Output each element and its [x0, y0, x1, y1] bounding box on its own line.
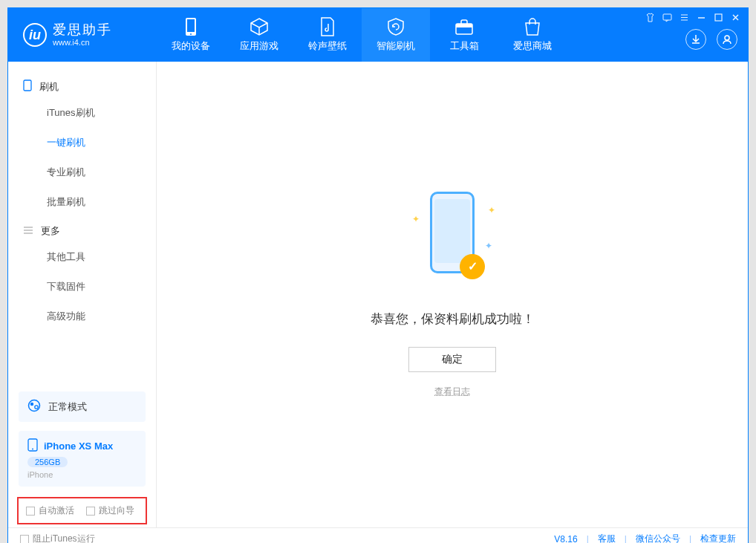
mode-icon: [27, 399, 41, 414]
checkbox-icon: [20, 535, 29, 544]
shield-refresh-icon: [386, 17, 405, 36]
app-window: iu 爱思助手 www.i4.cn 我的设备 应用游戏 铃声壁纸 智能刷机: [7, 7, 749, 543]
window-controls: [645, 13, 740, 25]
svg-rect-4: [456, 24, 472, 27]
nav-store[interactable]: 爱思商城: [498, 8, 567, 62]
logo-text: 爱思助手 www.i4.cn: [53, 23, 112, 47]
menu-icon[interactable]: [680, 13, 689, 25]
group-label: 刷机: [39, 80, 59, 94]
maximize-button[interactable]: [714, 13, 723, 25]
nav-apps-games[interactable]: 应用游戏: [225, 8, 293, 62]
user-icon[interactable]: [717, 29, 737, 50]
device-phone-icon: [27, 438, 38, 454]
wechat-link[interactable]: 微信公众号: [636, 533, 680, 543]
svg-rect-6: [663, 14, 671, 20]
sparkle-icon: ✦: [412, 214, 420, 224]
ok-button[interactable]: 确定: [408, 347, 496, 372]
bag-icon: [523, 17, 542, 36]
nav-tabs: 我的设备 应用游戏 铃声壁纸 智能刷机 工具箱 爱思商城: [157, 8, 567, 62]
checkbox-label: 阻止iTunes运行: [33, 533, 95, 543]
sidebar-group-more: 更多: [8, 217, 156, 242]
sidebar-item-download-firmware[interactable]: 下载固件: [8, 272, 156, 302]
svg-point-10: [30, 403, 33, 406]
version-label: V8.16: [554, 534, 577, 544]
nav-label: 爱思商城: [513, 39, 552, 53]
sidebar-group-flash: 刷机: [8, 72, 156, 98]
device-box[interactable]: iPhone XS Max 256GB iPhone: [19, 431, 146, 487]
checkbox-label: 自动激活: [39, 504, 74, 517]
check-badge-icon: ✓: [460, 254, 485, 279]
app-url: www.i4.cn: [53, 38, 112, 47]
svg-point-5: [725, 36, 729, 40]
mode-box[interactable]: 正常模式: [19, 391, 146, 422]
auto-activate-checkbox[interactable]: 自动激活: [26, 504, 74, 517]
check-update-link[interactable]: 检查更新: [700, 533, 736, 543]
nav-toolbox[interactable]: 工具箱: [430, 8, 498, 62]
sidebar-item-itunes-flash[interactable]: iTunes刷机: [8, 98, 156, 128]
nav-my-device[interactable]: 我的设备: [157, 8, 225, 62]
sidebar-item-advanced[interactable]: 高级功能: [8, 302, 156, 331]
header-right-icons: [685, 29, 737, 50]
group-label: 更多: [41, 224, 60, 238]
sidebar-item-other-tools[interactable]: 其他工具: [8, 242, 156, 272]
app-name: 爱思助手: [53, 23, 112, 38]
separator: |: [587, 534, 589, 544]
storage-badge: 256GB: [27, 457, 68, 467]
sidebar-item-oneclick-flash[interactable]: 一键刷机: [8, 128, 156, 157]
list-icon: [23, 226, 33, 237]
nav-label: 铃声壁纸: [308, 39, 347, 53]
logo-icon: iu: [23, 23, 47, 47]
music-file-icon: [318, 17, 337, 36]
svg-point-2: [190, 33, 192, 35]
checkbox-icon: [86, 507, 95, 516]
header: iu 爱思助手 www.i4.cn 我的设备 应用游戏 铃声壁纸 智能刷机: [8, 8, 748, 62]
nav-label: 工具箱: [450, 39, 479, 53]
minimize-button[interactable]: [697, 13, 706, 25]
bottom-options-highlighted: 自动激活 跳过向导: [17, 497, 147, 524]
footer: 阻止iTunes运行 V8.16 | 客服 | 微信公众号 | 检查更新: [8, 527, 748, 543]
support-link[interactable]: 客服: [598, 533, 616, 543]
skin-icon[interactable]: [645, 13, 655, 25]
feedback-icon[interactable]: [662, 13, 672, 25]
svg-point-11: [35, 406, 38, 409]
device-name: iPhone XS Max: [44, 440, 113, 452]
svg-point-13: [32, 449, 33, 450]
nav-label: 我的设备: [172, 39, 210, 53]
skip-guide-checkbox[interactable]: 跳过向导: [86, 504, 134, 517]
device-outline-icon: [23, 79, 32, 94]
view-log-link[interactable]: 查看日志: [434, 386, 470, 398]
sidebar-item-batch-flash[interactable]: 批量刷机: [8, 187, 156, 217]
success-message: 恭喜您，保资料刷机成功啦！: [371, 310, 535, 328]
mode-label: 正常模式: [48, 400, 87, 414]
sidebar: 刷机 iTunes刷机 一键刷机 专业刷机 批量刷机 更多 其他工具 下载固件 …: [8, 62, 157, 527]
body: 刷机 iTunes刷机 一键刷机 专业刷机 批量刷机 更多 其他工具 下载固件 …: [8, 62, 748, 527]
svg-rect-1: [187, 19, 195, 32]
sidebar-item-pro-flash[interactable]: 专业刷机: [8, 157, 156, 187]
device-type: iPhone: [27, 470, 53, 479]
separator: |: [625, 534, 627, 544]
sparkle-icon: ✦: [485, 241, 492, 251]
nav-label: 应用游戏: [240, 39, 278, 53]
svg-rect-8: [24, 80, 31, 91]
close-button[interactable]: [731, 13, 740, 25]
success-illustration: ✦ ✦ ✦ ✓: [408, 192, 497, 296]
main-content: ✦ ✦ ✦ ✓ 恭喜您，保资料刷机成功啦！ 确定 查看日志: [157, 62, 748, 527]
nav-label: 智能刷机: [377, 39, 415, 53]
separator: |: [689, 534, 691, 544]
toolbox-icon: [454, 17, 474, 36]
svg-rect-7: [715, 14, 722, 21]
cube-icon: [250, 17, 269, 36]
download-icon[interactable]: [685, 29, 706, 50]
block-itunes-checkbox[interactable]: 阻止iTunes运行: [20, 533, 95, 543]
checkbox-icon: [26, 507, 35, 516]
nav-ringtone-wallpaper[interactable]: 铃声壁纸: [293, 8, 362, 62]
phone-screen: [434, 199, 470, 263]
svg-point-9: [29, 400, 40, 412]
logo-area: iu 爱思助手 www.i4.cn: [8, 8, 157, 62]
phone-icon: [181, 17, 201, 36]
sparkle-icon: ✦: [488, 205, 495, 215]
checkbox-label: 跳过向导: [99, 504, 134, 517]
nav-smart-flash[interactable]: 智能刷机: [362, 8, 430, 62]
